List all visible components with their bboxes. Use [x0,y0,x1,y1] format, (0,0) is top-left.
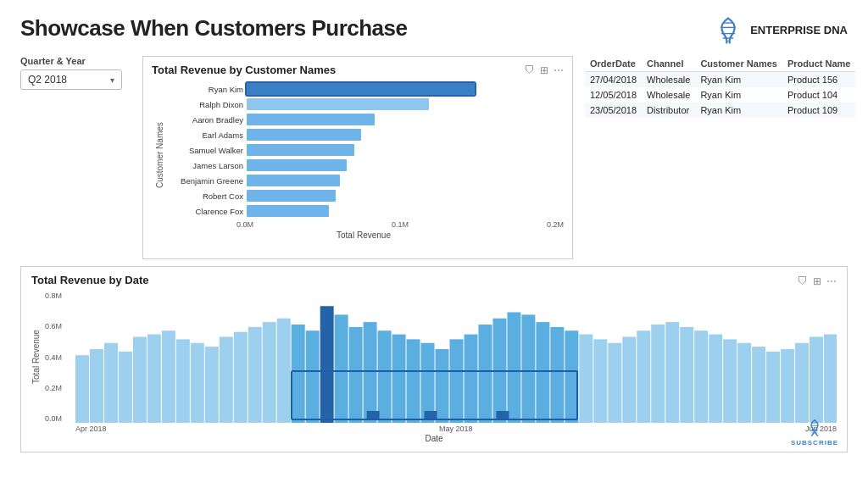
table-cell: Wholesale [642,72,695,88]
bar-row: Benjamin Greene [174,173,564,188]
bar-rows: Ryan KimRalph DixonAaron BradleyEarl Ada… [174,81,564,219]
svg-rect-25 [378,330,392,423]
svg-rect-5 [90,349,103,423]
svg-rect-58 [425,411,437,419]
top-row: Quarter & Year Q2 2018 ▾ Total Revenue b… [20,56,848,259]
x-axis-title: Total Revenue [164,230,564,240]
dna-icon [713,15,743,46]
table-cell: Product 104 [782,87,856,103]
bar-wrapper [247,190,564,202]
x-tick-2: 0.2M [547,220,564,229]
col-product: Product Name [782,56,856,72]
bar-wrapper [247,144,564,156]
svg-rect-11 [176,339,190,423]
table-row: 12/05/2018WholesaleRyan KimProduct 104 [585,87,855,103]
line-y-label: Total Revenue [31,291,45,423]
table-cell: 12/05/2018 [585,87,642,103]
line-filter-icon[interactable]: ⛉ [798,275,808,287]
bar-wrapper [247,175,564,186]
more-icon[interactable]: ⋯ [554,64,564,76]
filter-icon[interactable]: ⛉ [525,64,535,76]
svg-rect-52 [766,352,780,423]
y-tick-02: 0.2M [45,384,72,392]
svg-rect-10 [162,330,175,423]
line-chart-icons: ⛉ ⊞ ⋯ [798,275,837,287]
logo-dna: DNA [824,24,848,36]
bar-fill [247,114,375,125]
svg-rect-23 [349,327,363,423]
y-tick-00: 0.0M [45,414,72,423]
svg-rect-30 [450,339,464,423]
bar-fill [247,129,361,141]
svg-rect-46 [680,327,693,423]
y-tick-08: 0.8M [45,291,72,300]
bar-row: Aaron Bradley [174,112,564,127]
svg-rect-48 [709,335,722,423]
right-table: OrderDate Channel Customer Names Product… [585,56,848,118]
svg-rect-41 [608,343,621,423]
bar-fill [247,205,329,217]
svg-rect-12 [191,343,204,423]
page-wrapper: Showcase When Customers Purchase ENTERPR… [0,0,868,494]
col-channel: Channel [642,56,695,72]
focus-icon[interactable]: ⊞ [540,64,548,76]
svg-rect-26 [392,335,406,423]
line-chart-area: Total Revenue 0.8M 0.6M 0.4M 0.2M 0.0M [31,291,837,423]
svg-rect-16 [248,327,262,423]
table-cell: Wholesale [642,87,695,103]
data-table: OrderDate Channel Customer Names Product… [585,56,855,118]
table-cell: 23/05/2018 [585,103,642,118]
svg-rect-15 [234,332,248,423]
logo-text: ENTERPRISE DNA [750,24,848,37]
bar-row: Clarence Fox [174,203,564,219]
bar-name: Aaron Bradley [174,115,243,125]
x-axis-ticks: 0.0M 0.1M 0.2M [236,220,564,229]
line-focus-icon[interactable]: ⊞ [813,275,821,287]
table-cell: Ryan Kim [695,103,782,118]
line-more-icon[interactable]: ⋯ [826,275,837,287]
subscribe-label: SUBSCRIBE [791,439,838,447]
bar-name: Ralph Dixon [174,100,243,109]
svg-rect-24 [364,322,377,423]
table-cell: Distributor [642,103,695,118]
bar-row: Earl Adams [174,127,564,142]
bar-name: Ryan Kim [174,85,243,94]
svg-rect-18 [277,319,291,423]
filter-value: Q2 2018 [28,74,67,86]
bar-chart-header: Total Revenue by Customer Names ⛉ ⊞ ⋯ [152,64,564,76]
svg-rect-40 [593,339,607,423]
svg-rect-28 [421,343,435,423]
svg-rect-37 [550,327,564,423]
svg-rect-34 [507,313,520,424]
svg-rect-4 [75,355,89,423]
svg-rect-21 [320,306,334,423]
table-body: 27/04/2018WholesaleRyan KimProduct 15612… [585,72,855,119]
svg-rect-51 [752,347,765,423]
svg-rect-31 [464,335,477,423]
x-tick-1: 0.1M [392,220,409,229]
svg-rect-8 [133,337,147,424]
y-tick-06: 0.6M [45,322,72,330]
svg-rect-39 [579,335,593,423]
bar-wrapper [247,159,564,171]
date-bars-wrapper [75,291,837,423]
logo-area: ENTERPRISE DNA [713,15,848,46]
svg-rect-44 [651,325,665,423]
table-header-row: OrderDate Channel Customer Names Product… [585,56,855,72]
col-orderdate: OrderDate [585,56,642,72]
svg-rect-29 [436,349,449,423]
svg-rect-56 [824,335,837,423]
svg-rect-59 [496,411,509,419]
bar-row: Ralph Dixon [174,97,564,112]
date-chart-svg [75,291,837,423]
bar-fill [247,175,340,186]
bar-fill [247,83,475,95]
svg-rect-54 [795,343,809,423]
bar-wrapper [247,129,564,141]
line-chart-container: Total Revenue by Date ⛉ ⊞ ⋯ Total Revenu… [20,266,848,452]
table-cell: Ryan Kim [695,87,782,103]
quarter-year-dropdown[interactable]: Q2 2018 ▾ [20,69,122,90]
table-cell: Product 109 [782,103,856,118]
x-axis-title: Date [31,434,837,443]
svg-rect-50 [737,343,751,423]
